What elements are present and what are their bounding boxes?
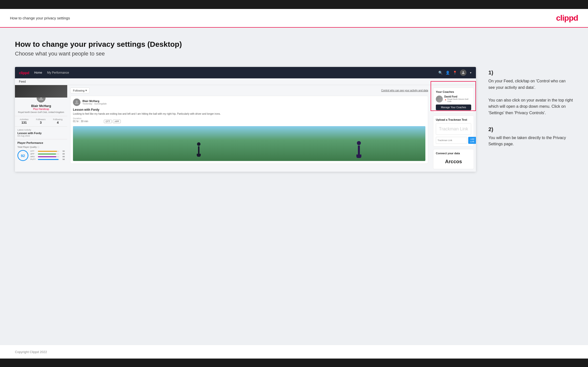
main-content: How to change your privacy settings (Des…	[0, 28, 588, 345]
app-feed: Following ▾ Control who can see your act…	[67, 85, 431, 172]
location-pin-icon: 📍	[444, 99, 447, 102]
post-author-avatar	[73, 99, 80, 106]
post-duration: 01 hr : 30 min OTT APP	[73, 120, 425, 125]
post-header: Blair McHarg Yesterday · Sunningdale	[73, 99, 425, 106]
tpq-label: Total Player Quality ⓘ	[17, 146, 65, 149]
player-performance: Player Performance Total Player Quality …	[15, 139, 67, 163]
post-title: Lesson with Fordy	[73, 108, 425, 111]
step-2-text: You will then be taken directly to the P…	[488, 135, 573, 147]
your-coaches-title: Your Coaches	[436, 90, 471, 93]
profile-name: Blair McHarg	[17, 104, 65, 108]
instructions-panel: 1) On your Feed, click/tap on 'Control w…	[488, 67, 573, 157]
content-columns: clippd Home My Performance 🔍 👤 📍 ▼ Feed	[15, 67, 573, 172]
app-navbar: clippd Home My Performance 🔍 👤 📍 ▼	[15, 67, 476, 78]
post-duration-label: Duration	[73, 117, 425, 120]
following-button[interactable]: Following ▾	[70, 88, 90, 93]
post-author-info: Blair McHarg Yesterday · Sunningdale	[82, 100, 107, 105]
tag-app: APP	[113, 120, 121, 123]
profile-banner	[15, 85, 67, 98]
location-icon[interactable]: 📍	[453, 71, 457, 75]
connect-title: Connect your data	[436, 152, 471, 155]
app-sidebar: Blair McHarg Plus Handicap Royal North D…	[15, 85, 67, 172]
trackman-title: Upload a Trackman Test	[436, 118, 471, 121]
instruction-step-2: 2) You will then be taken directly to th…	[488, 126, 573, 147]
app-nav-right: 🔍 👤 📍 ▼	[438, 69, 472, 76]
following-stat: Following 4	[53, 118, 63, 124]
coach-item: David Ford 📍 Royal North Devon Golf Club	[436, 95, 471, 103]
bar-putt: PUTT 96	[30, 158, 65, 160]
connect-data-widget: Connect your data Arccos	[433, 149, 474, 169]
instruction-step-1: 1) On your Feed, click/tap on 'Control w…	[488, 69, 573, 116]
app-widgets: Your Coaches David Ford 📍 Royal North De…	[431, 85, 476, 172]
trackman-label: Trackman Link	[436, 123, 471, 135]
user-avatar[interactable]	[460, 69, 466, 76]
app-body: Blair McHarg Plus Handicap Royal North D…	[15, 85, 476, 172]
trackman-add-button[interactable]: Add Link	[468, 137, 476, 144]
manage-coaches-button[interactable]: Manage Your Coaches	[436, 105, 471, 110]
app-logo: clippd	[19, 71, 29, 75]
latest-activity: Latest Activity Lesson with Fordy 03 Aug…	[15, 127, 67, 139]
page-subtitle: Choose what you want people to see	[15, 51, 573, 57]
search-icon[interactable]: 🔍	[438, 71, 443, 75]
footer-copyright: Copyright Clippd 2022	[15, 350, 47, 354]
top-bar	[0, 0, 588, 9]
trackman-input[interactable]	[436, 137, 467, 144]
site-header: How to change your privacy settings clip…	[0, 9, 588, 28]
page-title: How to change your privacy settings (Des…	[15, 40, 573, 49]
post-body: Looking to feel like my hands are exitin…	[73, 112, 425, 115]
post-tags: OTT APP	[104, 120, 121, 123]
bottom-bar	[0, 359, 588, 367]
svg-point-0	[462, 71, 464, 73]
step-1-text: On your Feed, click/tap on 'Control who …	[488, 78, 573, 116]
avatar-dropdown-arrow[interactable]: ▼	[469, 71, 472, 74]
breadcrumb: How to change your privacy settings	[10, 16, 70, 20]
profile-club: Royal North Devon Golf Club, United King…	[17, 111, 65, 113]
tpq-row: 92 OTT 90 APP 85	[17, 150, 65, 161]
clippd-logo: clippd	[556, 13, 578, 23]
profile-icon[interactable]: 👤	[446, 71, 450, 75]
post-image	[73, 126, 425, 161]
nav-home[interactable]: Home	[34, 71, 42, 74]
nav-my-performance[interactable]: My Performance	[47, 71, 69, 74]
svg-point-2	[76, 101, 78, 103]
tpq-info-icon: ⓘ	[37, 146, 39, 148]
activities-stat: Activities 131	[20, 118, 29, 124]
app-screenshot: clippd Home My Performance 🔍 👤 📍 ▼ Feed	[15, 67, 476, 172]
bar-ott: OTT 90	[30, 150, 65, 152]
following-bar: Following ▾ Control who can see your act…	[70, 88, 428, 93]
tag-ott: OTT	[104, 120, 112, 123]
feed-tab[interactable]: Feed	[15, 78, 476, 85]
your-coaches-widget: Your Coaches David Ford 📍 Royal North De…	[433, 88, 474, 113]
tpq-bars: OTT 90 APP 85 ARG	[30, 150, 65, 161]
profile-info: Blair McHarg Plus Handicap Royal North D…	[15, 104, 67, 116]
profile-badge: Plus Handicap	[17, 108, 65, 110]
bar-app: APP 85	[30, 153, 65, 155]
profile-stats: Activities 131 Followers 3 Following 4	[15, 116, 67, 127]
coach-info: David Ford 📍 Royal North Devon Golf Club	[444, 95, 471, 103]
control-privacy-link[interactable]: Control who can see your activity and da…	[381, 89, 428, 92]
bar-arg: ARG 86	[30, 156, 65, 158]
trackman-input-row: Add Link	[436, 137, 471, 144]
trackman-widget: Upload a Trackman Test Trackman Link Add…	[433, 115, 474, 147]
step-1-number: 1)	[488, 69, 573, 76]
followers-stat: Followers 3	[36, 118, 46, 124]
site-footer: Copyright Clippd 2022	[0, 345, 588, 359]
coach-club: 📍 Royal North Devon Golf Club	[444, 98, 471, 103]
arccos-brand: Arccos	[436, 157, 471, 166]
tpq-circle: 92	[17, 150, 28, 161]
chevron-down-icon: ▾	[85, 89, 87, 92]
coach-avatar	[436, 96, 443, 103]
step-2-number: 2)	[488, 126, 573, 133]
post-card: Blair McHarg Yesterday · Sunningdale Les…	[70, 96, 428, 164]
